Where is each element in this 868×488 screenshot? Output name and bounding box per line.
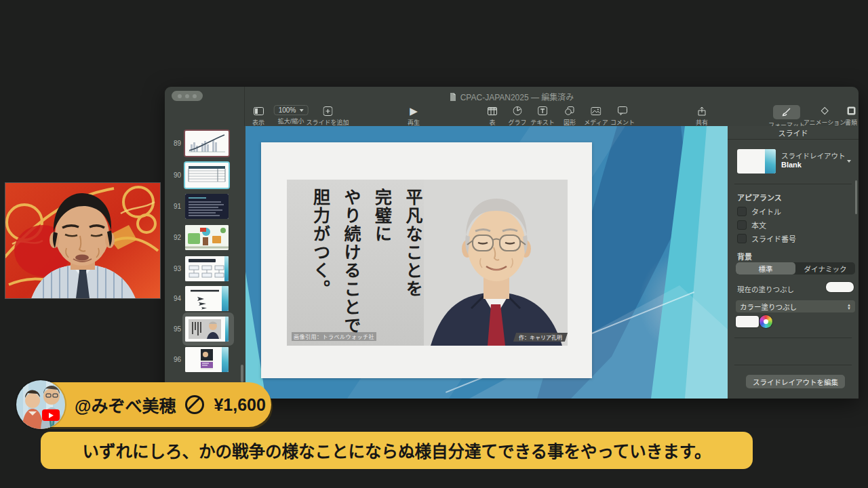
current-fill-label: 現在の塗りつぶし (737, 284, 794, 294)
webcam-overlay (5, 183, 160, 298)
thumbnail-row-92[interactable]: 92 (165, 225, 245, 250)
zoom-control[interactable]: 100% 拡大/縮小 (274, 105, 309, 125)
checkbox-icon[interactable] (737, 207, 747, 216)
checkbox-icon[interactable] (737, 220, 747, 230)
caption-bar: いずれにしろ、かの戦争の様なことにならぬ様自分達てできる事をやっていきます。 (41, 432, 753, 469)
sidebar-tab-slide[interactable]: スライド (728, 126, 859, 140)
background-label: 背景 (737, 251, 752, 262)
insert-shape-button[interactable]: 図形 (564, 105, 576, 127)
thumbnail-row-96[interactable]: 96 (165, 347, 245, 372)
table-icon (488, 105, 497, 117)
superchat-banner[interactable]: @みぞべ美穂 ¥1,600 (19, 382, 271, 427)
document-panel-icon (846, 105, 855, 117)
play-icon: ▶ (410, 105, 418, 117)
divider (734, 338, 852, 338)
insert-table-button[interactable]: 表 (488, 105, 497, 127)
thumb-94-planes[interactable] (185, 286, 229, 311)
layout-label: スライドレイアウト (781, 150, 846, 161)
view-button[interactable]: 表示 (252, 105, 264, 127)
thumbnail-row-94[interactable]: 94 (165, 286, 245, 311)
thumbnail-row-95-selected[interactable]: 95 (165, 317, 245, 342)
animate-diamond-icon (820, 105, 829, 117)
slide-thumbnail-panel: 89 90 91 (165, 126, 245, 399)
document-button[interactable]: 書類 (845, 105, 857, 127)
add-slide-button[interactable]: スライドを追加 (306, 105, 349, 127)
portrait-elderly-man (424, 180, 568, 346)
thumb-92-illustration[interactable] (185, 225, 229, 250)
thumbnail-scrollbar[interactable] (241, 365, 243, 382)
thumb-teal-edge (224, 256, 229, 281)
slide-canvas[interactable]: 平凡なことを 完璧に やり続けることで 胆力がつく。 (245, 126, 728, 399)
checkbox-title[interactable]: タイトル (737, 206, 781, 217)
zoom-dropdown[interactable]: 100% (274, 105, 309, 115)
thumbnail-row-90[interactable]: 90 (165, 163, 245, 188)
share-icon (698, 105, 706, 117)
photo-credit-left: 画像引用：トラベルウォッチ社 (292, 332, 376, 341)
superchat-avatar[interactable] (16, 380, 65, 429)
thumb-teal-edge (222, 286, 229, 311)
chevron-down-icon (299, 109, 303, 112)
thumb-89-chart[interactable] (185, 131, 229, 156)
insert-chart-button[interactable]: グラフ (508, 105, 526, 127)
thumb-teal-edge (222, 347, 229, 372)
thumb-teal-edge (225, 317, 229, 342)
superchat-handle: @みぞべ美穂 (75, 392, 176, 417)
photo-credit-right: 作：キャリア孔明 (513, 333, 568, 342)
appearance-label: アピアランス (737, 192, 782, 203)
color-wheel-icon[interactable] (760, 315, 772, 328)
comment-icon (618, 105, 627, 117)
current-fill-swatch[interactable] (826, 282, 854, 292)
chart-icon (513, 105, 521, 117)
toolbar: 表示 100% 拡大/縮小 スライドを追加 ▶ 再生 (165, 104, 859, 126)
quote-vertical-text: 平凡なことを 完璧に やり続けることで 胆力がつく。 (294, 188, 428, 338)
window-titlebar[interactable]: CPAC-JAPAN2025 — 編集済み (165, 87, 859, 104)
sidebar-scrollbar[interactable] (855, 180, 857, 214)
edit-slide-layout-button[interactable]: スライドレイアウトを編集 (746, 375, 845, 388)
checkbox-slide-number[interactable]: スライド番号 (737, 233, 796, 244)
stepper-icon: ▲▼ (847, 304, 851, 310)
comment-button[interactable]: コメント (610, 105, 635, 127)
quote-photo[interactable]: 平凡なことを 完璧に やり続けることで 胆力がつく。 (287, 180, 568, 346)
thumb-93-diagram[interactable] (185, 256, 229, 281)
document-icon (450, 93, 456, 101)
media-icon (591, 105, 601, 117)
animate-button[interactable]: アニメーション (804, 105, 846, 127)
thumbnail-row-89[interactable]: 89 (165, 131, 245, 156)
thumb-95-quote-photo[interactable] (185, 317, 229, 342)
youtube-badge-icon (42, 409, 60, 421)
livestream-frame: CPAC-JAPAN2025 — 編集済み 表示 100% 拡大/縮小 (0, 0, 868, 488)
background-segmented-control[interactable]: 標準 ダイナミック (736, 262, 855, 274)
layout-thumbnail[interactable] (737, 149, 776, 174)
format-sidebar: スライド スライドレイアウト Blank アピアランス タイトル 本文 スライド… (728, 126, 859, 399)
format-brush-icon (773, 105, 800, 119)
divider (734, 184, 852, 184)
window-title-row: CPAC-JAPAN2025 — 編集済み (165, 91, 859, 102)
fill-type-dropdown[interactable]: カラー塗りつぶし ▲▼ (736, 300, 855, 312)
zoom-value: 100% (279, 106, 296, 114)
keynote-window: CPAC-JAPAN2025 — 編集済み 表示 100% 拡大/縮小 (165, 87, 859, 399)
checkbox-icon[interactable] (737, 234, 747, 243)
checkbox-body[interactable]: 本文 (737, 220, 766, 230)
thumbnail-row-93[interactable]: 93 (165, 256, 245, 281)
play-button[interactable]: ▶ 再生 (408, 105, 420, 127)
thumb-91-dark-text[interactable] (185, 194, 229, 219)
thumbnail-row-91[interactable]: 91 (165, 194, 245, 219)
window-title: CPAC-JAPAN2025 — 編集済み (460, 91, 574, 102)
segment-dynamic[interactable]: ダイナミック (795, 262, 855, 274)
caption-text: いずれにしろ、かの戦争の様なことにならぬ様自分達てできる事をやっていきます。 (83, 439, 711, 462)
thumb-96-book[interactable] (185, 347, 229, 372)
fill-color-swatch[interactable] (736, 316, 759, 327)
slide-content-area[interactable]: 平凡なことを 完璧に やり続けることで 胆力がつく。 (261, 142, 592, 378)
superchat-amount: ¥1,600 (214, 395, 265, 415)
insert-text-button[interactable]: テキスト (530, 105, 555, 127)
presenter-video (5, 183, 160, 298)
shape-icon (565, 105, 574, 117)
segment-standard[interactable]: 標準 (736, 262, 795, 274)
thumb-90-table[interactable] (185, 163, 229, 188)
superchat-text: @みぞべ美穂 ¥1,600 (75, 382, 266, 427)
share-button[interactable]: 共有 (696, 105, 708, 127)
insert-media-button[interactable]: メディア (584, 105, 608, 127)
slashed-circle-icon (185, 395, 204, 414)
layout-chevron-icon[interactable] (847, 160, 851, 163)
layout-value: Blank (781, 161, 802, 169)
